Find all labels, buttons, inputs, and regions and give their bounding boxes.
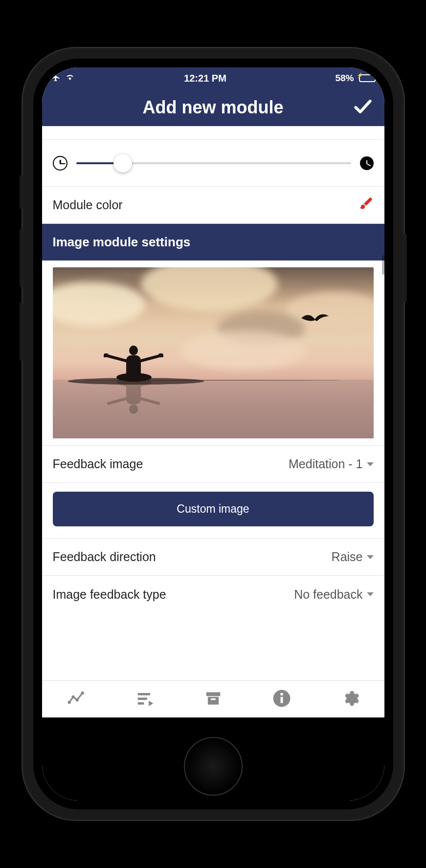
module-color-row[interactable]: Module color — [42, 187, 384, 224]
tab-playlist[interactable] — [135, 689, 154, 710]
feedback-image-row[interactable]: Feedback image Meditation - 1 — [42, 446, 384, 483]
page-title: Add new module — [143, 97, 284, 118]
clock-solid-icon — [360, 156, 374, 170]
feedback-image-label: Feedback image — [53, 457, 143, 471]
svg-point-1 — [71, 695, 74, 698]
airplane-mode-icon — [51, 72, 61, 85]
tab-archive[interactable] — [204, 689, 223, 710]
chevron-down-icon — [367, 555, 374, 559]
side-button-power — [404, 234, 407, 302]
brush-icon — [358, 196, 374, 215]
chevron-down-icon — [367, 462, 374, 466]
image-feedback-type-row[interactable]: Image feedback type No feedback — [42, 576, 384, 613]
screen: 12:21 PM 58% ⚡ Add new module — [42, 67, 384, 801]
svg-rect-8 — [207, 696, 218, 704]
side-button-volume-up — [20, 229, 22, 287]
tab-chart[interactable] — [67, 689, 86, 710]
phone-frame: 12:21 PM 58% ⚡ Add new module — [22, 48, 404, 820]
phone-bezel: 12:21 PM 58% ⚡ Add new module — [33, 59, 393, 809]
module-duration-row[interactable]: Module duration 120s — [42, 126, 384, 140]
feedback-direction-value: Raise — [332, 550, 363, 564]
section-image-settings: Image module settings — [42, 224, 384, 260]
svg-point-2 — [75, 698, 78, 701]
svg-point-12 — [280, 693, 283, 695]
side-button-volume-down — [20, 302, 22, 361]
duration-slider[interactable] — [76, 162, 351, 164]
tab-bar — [42, 680, 384, 717]
feedback-direction-label: Feedback direction — [53, 550, 156, 564]
feedback-direction-select[interactable]: Raise — [332, 550, 374, 564]
side-button-silent — [20, 175, 22, 209]
feedback-direction-row[interactable]: Feedback direction Raise — [42, 539, 384, 576]
chevron-down-icon — [367, 592, 374, 596]
svg-rect-4 — [137, 693, 150, 695]
bird-icon — [300, 311, 330, 328]
svg-rect-7 — [206, 692, 220, 696]
confirm-button[interactable] — [352, 96, 374, 119]
feedback-image-value: Meditation - 1 — [289, 457, 362, 471]
svg-point-3 — [81, 691, 84, 694]
image-feedback-type-value: No feedback — [294, 587, 362, 602]
battery-icon: ⚡ — [359, 74, 376, 82]
image-preview[interactable] — [53, 267, 374, 438]
battery-percentage: 58% — [335, 73, 354, 84]
tab-settings[interactable] — [341, 689, 359, 710]
svg-point-0 — [67, 700, 70, 703]
image-feedback-type-select[interactable]: No feedback — [294, 587, 373, 602]
module-color-label: Module color — [53, 198, 123, 212]
slider-thumb[interactable] — [113, 154, 132, 173]
clock-outline-icon — [53, 156, 67, 171]
tab-info[interactable] — [272, 689, 291, 710]
image-preview-container — [42, 260, 384, 446]
image-feedback-type-label: Image feedback type — [53, 587, 166, 602]
svg-rect-6 — [137, 702, 144, 704]
status-bar: 12:21 PM 58% ⚡ — [42, 67, 384, 89]
custom-image-label: Custom image — [177, 502, 249, 515]
feedback-image-select[interactable]: Meditation - 1 — [289, 457, 373, 471]
section-title: Image module settings — [53, 235, 191, 249]
content-scroll[interactable]: Module duration 120s Module color — [42, 126, 384, 680]
svg-rect-9 — [211, 698, 216, 700]
svg-rect-11 — [280, 696, 283, 703]
home-button[interactable] — [184, 737, 243, 796]
duration-slider-row — [42, 140, 384, 187]
status-time: 12:21 PM — [184, 73, 226, 84]
wifi-icon — [65, 73, 75, 84]
scroll-indicator — [382, 255, 384, 275]
custom-image-button[interactable]: Custom image — [53, 492, 374, 526]
svg-rect-5 — [137, 697, 147, 700]
app-header: Add new module — [42, 89, 384, 126]
